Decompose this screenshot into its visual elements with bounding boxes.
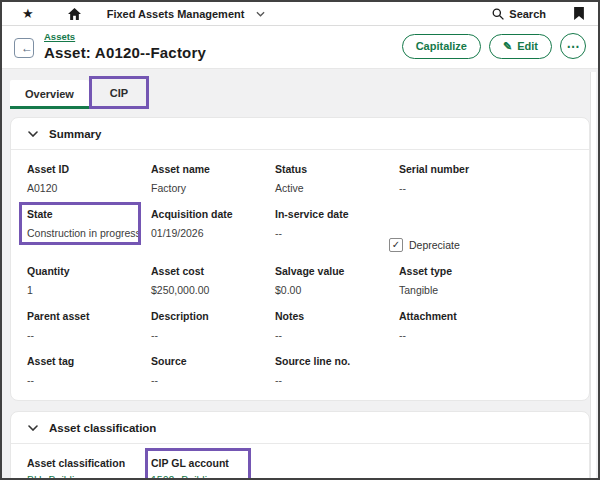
vertical-scrollbar[interactable] [590,72,596,478]
empty-cell [275,444,399,480]
summary-card: Summary Asset ID A0120 Asset name Factor… [10,117,590,401]
fixed-assets-app-window: ★ Fixed Assets Management Search ← Asset… [0,0,600,480]
summary-fields-grid: Asset ID A0120 Asset name Factory Status… [11,150,589,400]
app-switcher-label[interactable]: Fixed Assets Management [107,8,245,20]
field-asset-id: Asset ID A0120 [27,150,151,195]
chevron-down-icon [28,425,38,431]
field-quantity: Quantity 1 [27,252,151,297]
field-status: Status Active [275,150,399,195]
field-asset-name: Asset name Factory [151,150,275,195]
search-icon [492,8,504,20]
favorites-star-icon[interactable]: ★ [22,7,34,20]
field-acquisition-date: Acquisition date 01/19/2026 [151,195,275,252]
status-value: Active [275,182,399,195]
classification-fields-grid: Asset classification BU--Buildings CIP G… [11,444,589,480]
capitalize-button[interactable]: Capitalize [402,34,481,59]
asset-classification-title: Asset classification [49,422,156,434]
field-notes: Notes -- [275,297,399,342]
header-actions: Capitalize ✎ Edit ⋯ [402,31,586,61]
field-source: Source -- [151,342,275,387]
pencil-icon: ✎ [503,40,512,53]
depreciate-checkbox[interactable]: ✓ [389,238,403,252]
field-asset-tag: Asset tag -- [27,342,151,387]
depreciate-label: Depreciate [409,239,460,251]
field-salvage-value: Salvage value $0.00 [275,252,399,297]
empty-cell [399,444,523,480]
field-parent-asset: Parent asset -- [27,297,151,342]
summary-title: Summary [49,128,101,140]
cip-tab-annotation-box: CIP [89,76,149,109]
field-asset-type: Asset type Tangible [399,252,523,297]
bookmark-icon[interactable] [574,7,584,20]
ellipsis-icon: ⋯ [567,40,580,53]
tab-bar: Overview CIP [10,75,598,109]
breadcrumb-assets-link[interactable]: Assets [44,31,75,42]
cip-gl-account-link[interactable]: 1502--Buildings [151,474,224,480]
field-depreciate: ✓ Depreciate [399,195,523,252]
home-icon[interactable] [68,8,81,20]
asset-classification-card: Asset classification Asset classificatio… [10,411,590,480]
asset-classification-section-header[interactable]: Asset classification [11,412,589,444]
tab-overview[interactable]: Overview [10,80,89,109]
edit-button[interactable]: ✎ Edit [489,34,552,59]
global-search[interactable]: Search [492,8,546,20]
search-label: Search [509,8,546,20]
chevron-down-icon[interactable] [256,11,265,17]
chevron-down-icon [28,131,38,137]
field-in-service-date: In-service date -- [275,195,399,252]
page-header: ← Assets Asset: A0120--Factory Capitaliz… [2,26,598,69]
checkmark-icon: ✓ [392,239,400,250]
field-source-line-no: Source line no. -- [275,342,399,387]
back-arrow-icon: ← [21,41,33,55]
empty-cell [399,342,523,387]
field-serial-number: Serial number -- [399,150,523,195]
top-navigation-bar: ★ Fixed Assets Management Search [2,2,598,26]
back-button[interactable]: ← [14,38,34,58]
asset-classification-link[interactable]: BU--Buildings [27,474,91,480]
field-state: State Construction in progress [27,195,151,252]
field-asset-classification: Asset classification BU--Buildings [27,444,151,480]
page-title: Asset: A0120--Factory [44,44,206,61]
field-asset-cost: Asset cost $250,000.00 [151,252,275,297]
more-actions-button[interactable]: ⋯ [560,33,586,59]
field-cip-gl-account: CIP GL account 1502--Buildings [151,444,275,480]
tab-cip[interactable]: CIP [110,87,128,99]
field-attachment: Attachment -- [399,297,523,342]
field-description: Description -- [151,297,275,342]
summary-section-header[interactable]: Summary [11,118,589,150]
